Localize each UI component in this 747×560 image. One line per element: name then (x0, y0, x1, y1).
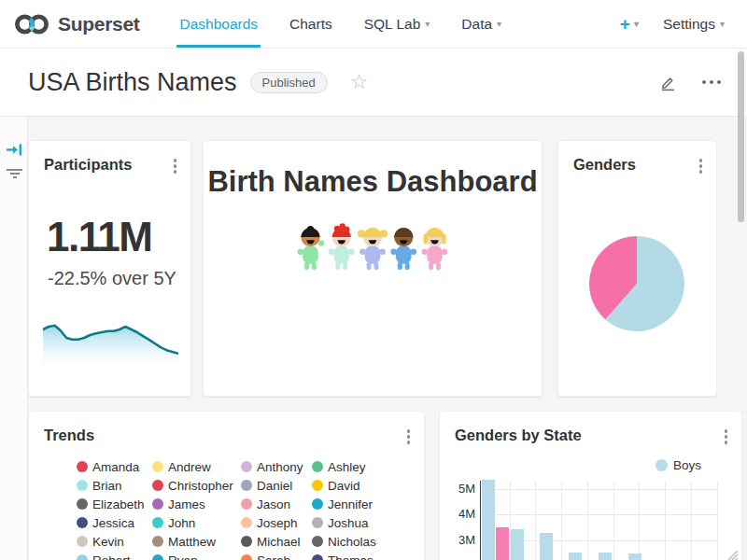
legend-dot (152, 461, 163, 472)
caret-down-icon: ▾ (497, 20, 501, 29)
legend-item-jennifer[interactable]: Jennifer (312, 497, 373, 511)
gridline (561, 481, 562, 560)
legend-item-daniel[interactable]: Daniel (241, 479, 292, 492)
bar-boys (599, 553, 612, 560)
participants-trendline-chart (43, 318, 178, 374)
legend-dot (312, 480, 323, 491)
gridline (535, 481, 536, 560)
filter-bar-collapsed (0, 117, 28, 560)
more-vertical-icon[interactable] (723, 427, 730, 446)
legend-item-jason[interactable]: Jason (241, 497, 290, 511)
trends-card: Trends AmandaAndrewAnthonyAshleyBrianChr… (28, 411, 425, 560)
superset-brand[interactable]: Superset (0, 0, 163, 48)
gridline (613, 481, 614, 560)
expand-filters-icon[interactable] (7, 143, 22, 157)
bar-boys (628, 553, 641, 560)
legend-item-kevin[interactable]: Kevin (77, 535, 124, 548)
legend-dot (77, 498, 88, 510)
edit-pencil-icon[interactable] (658, 73, 678, 92)
more-vertical-icon[interactable] (405, 427, 413, 446)
legend-label: Anthony (257, 460, 303, 474)
settings-label: Settings (663, 16, 715, 33)
legend-item-nicholas[interactable]: Nicholas (312, 535, 376, 548)
gridline (717, 481, 718, 560)
bar-boys (540, 533, 553, 560)
nav-item-data[interactable]: Data ▾ (445, 0, 517, 48)
legend-item-anthony[interactable]: Anthony (241, 460, 303, 473)
legend-label: James (168, 497, 205, 511)
legend-item-ashley[interactable]: Ashley (312, 460, 366, 473)
header-actions (658, 73, 747, 92)
legend-label: Matthew (168, 535, 216, 549)
settings-menu[interactable]: Settings ▾ (655, 16, 732, 33)
legend-dot (152, 536, 163, 547)
genders-card: Genders (557, 140, 717, 397)
favorite-star-icon[interactable]: ☆ (350, 72, 369, 92)
legend-dot (77, 461, 88, 472)
legend-label: Amanda (92, 460, 139, 474)
legend-item-jessica[interactable]: Jessica (77, 516, 134, 529)
new-item-button[interactable]: + ▾ (611, 14, 648, 35)
legend-item-joshua[interactable]: Joshua (312, 516, 369, 529)
legend-item-david[interactable]: David (312, 479, 360, 492)
scrollbar-thumb[interactable] (738, 51, 744, 222)
legend-label: Jessica (92, 516, 134, 530)
legend-label: Ashley (328, 460, 366, 474)
legend-item-sarah[interactable]: Sarah (241, 553, 290, 560)
legend-label: Joseph (257, 516, 298, 530)
legend-item-christopher[interactable]: Christopher (152, 479, 233, 492)
legend-label: Robert (92, 553, 131, 560)
legend-label: Elizabeth (92, 497, 145, 511)
legend-item-michael[interactable]: Michael (241, 535, 301, 548)
gridline (480, 489, 717, 490)
legend-dot (77, 536, 88, 547)
nav-item-dashboards[interactable]: Dashboards (163, 0, 274, 48)
more-vertical-icon[interactable] (698, 157, 705, 175)
legend-item-james[interactable]: James (152, 497, 205, 511)
more-horizontal-icon[interactable] (702, 77, 721, 88)
superset-logo-icon (13, 12, 50, 36)
legend-label: Boys (673, 458, 701, 472)
published-badge[interactable]: Published (250, 72, 328, 93)
nav-item-charts[interactable]: Charts (274, 0, 348, 48)
more-vertical-icon[interactable] (172, 157, 179, 175)
legend-dot (241, 554, 252, 560)
legend-dot (77, 480, 88, 491)
legend-item-boys[interactable]: Boys (655, 458, 701, 472)
nav-item-sql-lab[interactable]: SQL Lab ▾ (348, 0, 446, 48)
legend-item-thomas[interactable]: Thomas (312, 553, 374, 560)
dashboard-title: USA Births Names (28, 68, 237, 97)
chart-title: Participants (44, 156, 132, 174)
bar-girls (496, 527, 509, 560)
legend-item-brian[interactable]: Brian (77, 479, 122, 492)
legend-item-matthew[interactable]: Matthew (152, 535, 216, 548)
legend-dot (77, 554, 88, 560)
legend-item-ryan[interactable]: Ryan (152, 553, 198, 560)
legend-label: Brian (92, 479, 122, 493)
legend-dot (655, 459, 668, 471)
legend-item-andrew[interactable]: Andrew (152, 460, 211, 473)
legend-item-robert[interactable]: Robert (77, 553, 131, 560)
filter-funnel-icon[interactable] (7, 169, 22, 180)
resize-handle-icon[interactable] (725, 548, 738, 560)
legend-item-amanda[interactable]: Amanda (77, 460, 139, 473)
legend-label: Sarah (257, 553, 290, 560)
y-axis-tick: 3M (442, 533, 475, 547)
bar-boys (482, 480, 495, 560)
legend-dot (241, 461, 252, 472)
markdown-heading: Birth Names Dashboard (204, 165, 542, 199)
legend-dot (152, 498, 163, 510)
gridline (480, 514, 717, 515)
legend-label: Nicholas (328, 535, 376, 549)
legend-label: Kevin (92, 535, 124, 549)
caret-down-icon: ▾ (634, 20, 639, 29)
nav-item-label: Data (461, 16, 492, 33)
legend-label: Michael (257, 535, 301, 549)
gridline (639, 481, 640, 560)
legend-item-elizabeth[interactable]: Elizabeth (77, 497, 145, 511)
legend-dot (152, 554, 163, 560)
legend-item-joseph[interactable]: Joseph (241, 516, 298, 529)
legend-item-john[interactable]: John (152, 516, 195, 529)
children-illustration (293, 223, 452, 276)
legend-dot (312, 536, 323, 547)
